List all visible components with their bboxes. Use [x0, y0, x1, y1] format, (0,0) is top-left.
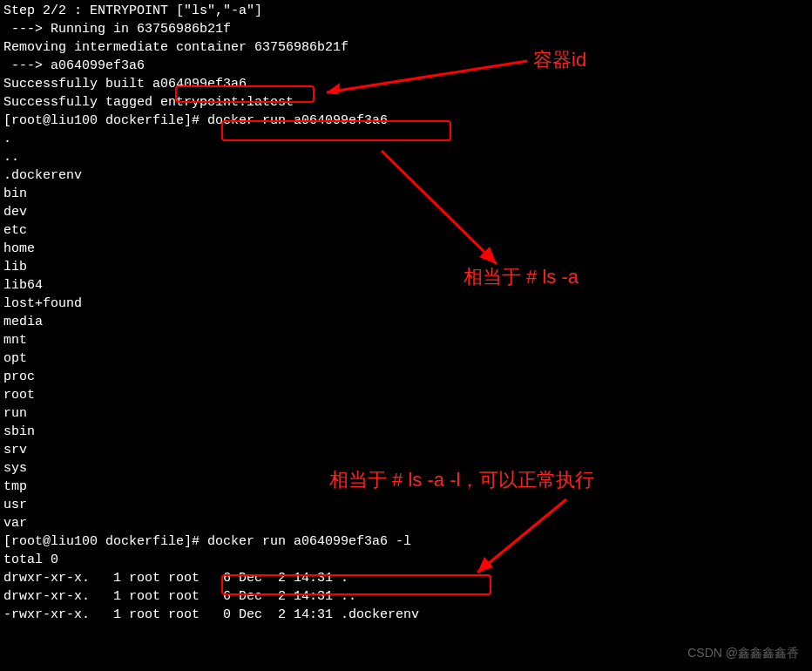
terminal-line: bin: [3, 185, 809, 203]
terminal-line: ---> a064099ef3a6: [3, 57, 809, 75]
terminal-line: sys: [3, 459, 809, 478]
terminal-line: Successfully tagged entrypoint:latest: [3, 93, 809, 112]
terminal-line: etc: [3, 221, 809, 240]
terminal-line: tmp: [3, 478, 809, 496]
terminal-line: lost+found: [3, 295, 809, 313]
terminal-line: root: [3, 386, 809, 404]
terminal-line: ..: [3, 148, 809, 166]
terminal-line: lib64: [3, 276, 809, 295]
terminal-line: Successfully built a064099ef3a6: [3, 75, 809, 93]
terminal-line: [root@liu100 dockerfile]# docker run a06…: [3, 532, 809, 551]
terminal-line: .: [3, 130, 809, 148]
terminal-line: [root@liu100 dockerfile]# docker run a06…: [3, 112, 809, 130]
terminal-line: Removing intermediate container 63756986…: [3, 38, 809, 57]
terminal-line: mnt: [3, 331, 809, 349]
terminal-line: home: [3, 240, 809, 258]
watermark: CSDN @鑫鑫鑫鑫香: [687, 645, 799, 662]
terminal-line: run: [3, 404, 809, 423]
terminal-line: total 0: [3, 551, 809, 569]
terminal-line: drwxr-xr-x. 1 root root 6 Dec 2 14:31 ..: [3, 587, 809, 606]
terminal-line: opt: [3, 349, 809, 368]
terminal-line: media: [3, 313, 809, 331]
terminal-line: -rwxr-xr-x. 1 root root 0 Dec 2 14:31 .d…: [3, 606, 809, 624]
terminal-line: sbin: [3, 423, 809, 441]
terminal-line: dev: [3, 203, 809, 221]
terminal-line: usr: [3, 496, 809, 514]
terminal-line: Step 2/2 : ENTRYPOINT ["ls","-a"]: [3, 2, 809, 20]
terminal-line: ---> Running in 63756986b21f: [3, 20, 809, 38]
terminal-line: .dockerenv: [3, 166, 809, 185]
terminal-line: var: [3, 514, 809, 532]
terminal-line: drwxr-xr-x. 1 root root 6 Dec 2 14:31 .: [3, 569, 809, 587]
terminal-line: proc: [3, 368, 809, 386]
terminal-line: lib: [3, 258, 809, 276]
terminal-line: srv: [3, 441, 809, 459]
terminal-output: Step 2/2 : ENTRYPOINT ["ls","-a"] ---> R…: [3, 2, 809, 624]
